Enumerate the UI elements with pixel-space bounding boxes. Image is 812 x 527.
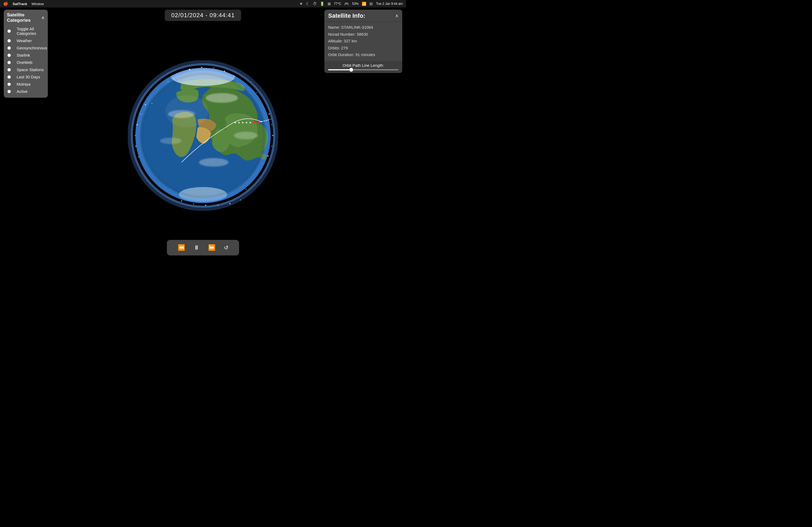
- clock-icon: ⏱: [313, 2, 317, 6]
- svg-point-21: [269, 114, 270, 115]
- sat-orbits: Orbits: 279: [328, 45, 398, 51]
- svg-point-17: [201, 67, 202, 68]
- temp-display: 77°C: [334, 2, 341, 6]
- menubar: 🍎 SatTrack Window ☀ ☾ ⏱ 🔋 ⊞ 77°C 🎮 53% 📶…: [0, 0, 406, 7]
- apple-logo-icon: 🍎: [3, 1, 8, 6]
- category-label: OneWeb: [17, 60, 32, 65]
- category-toggle[interactable]: [7, 39, 14, 43]
- category-item[interactable]: OneWeb: [4, 59, 48, 66]
- sat-info-body: Name: STARLINK-31084 Norad Number: 58630…: [324, 22, 402, 61]
- svg-point-39: [157, 92, 158, 93]
- category-item[interactable]: Active: [4, 88, 48, 95]
- globe-wrapper: [128, 60, 278, 211]
- sat-orbit-duration: Orbit Duration: 91 minutes: [328, 51, 398, 58]
- svg-point-50: [253, 121, 256, 123]
- svg-point-27: [229, 203, 231, 205]
- category-label: Space Stations: [17, 67, 44, 72]
- category-label: Geosynchronous: [17, 46, 47, 50]
- game-icon: 🎮: [344, 2, 349, 6]
- night-mode-icon: ☾: [306, 2, 309, 6]
- category-item[interactable]: Molniya: [4, 80, 48, 88]
- svg-point-43: [171, 189, 171, 190]
- svg-point-46: [238, 122, 240, 123]
- categories-header: Satellite Categories ∧: [4, 12, 48, 25]
- svg-point-24: [271, 146, 272, 147]
- category-toggle[interactable]: [7, 60, 14, 65]
- svg-point-20: [233, 75, 234, 76]
- app-name[interactable]: SatTrack: [13, 2, 27, 6]
- rewind-button[interactable]: ⏪: [173, 243, 189, 252]
- brightness-icon: ☀: [300, 2, 303, 6]
- svg-point-40: [151, 103, 153, 104]
- svg-point-37: [145, 104, 146, 105]
- svg-point-31: [181, 200, 182, 202]
- category-item[interactable]: Last 30 Days: [4, 73, 48, 80]
- forward-button[interactable]: ⏩: [204, 243, 220, 252]
- categories-panel: Satellite Categories ∧ Toggle All Catego…: [4, 10, 48, 98]
- sat-info-collapse-btn[interactable]: ∧: [395, 14, 398, 18]
- svg-point-45: [234, 122, 236, 123]
- sat-info-header: Satellite Info: ∧: [324, 10, 402, 22]
- svg-point-22: [271, 124, 272, 125]
- category-toggle[interactable]: [7, 46, 14, 50]
- categories-list: Toggle All CategoriesWeatherGeosynchrono…: [4, 25, 48, 95]
- sat-altitude: Altitude: 327 km: [328, 37, 398, 45]
- svg-point-38: [168, 81, 169, 82]
- svg-point-33: [135, 146, 137, 147]
- reset-button[interactable]: ↺: [220, 243, 233, 252]
- globe-svg[interactable]: [128, 60, 278, 211]
- datetime-menubar: Tue 2 Jan 9:44 am: [376, 2, 403, 6]
- category-item[interactable]: Weather: [4, 37, 48, 44]
- svg-point-18: [213, 67, 214, 69]
- category-label: Last 30 Days: [17, 75, 40, 79]
- orbit-slider-thumb[interactable]: [349, 68, 353, 72]
- sat-info-title: Satellite Info:: [328, 12, 365, 19]
- category-toggle[interactable]: [7, 89, 14, 94]
- orbit-slider-track[interactable]: [328, 69, 398, 70]
- svg-point-26: [240, 199, 241, 200]
- svg-point-51: [257, 121, 260, 123]
- orbit-path-section: Orbit Path Line Length:: [324, 61, 402, 73]
- category-toggle[interactable]: [7, 82, 14, 86]
- svg-point-19: [224, 71, 225, 72]
- svg-point-25: [267, 155, 269, 157]
- categories-title: Satellite Categories: [7, 12, 41, 23]
- svg-point-23: [272, 135, 274, 136]
- sat-norad: Norad Number: 58630: [328, 31, 398, 38]
- svg-point-15: [165, 95, 208, 127]
- svg-point-35: [137, 124, 138, 125]
- window-menu[interactable]: Window: [31, 2, 44, 6]
- category-item[interactable]: Space Stations: [4, 66, 48, 73]
- category-toggle[interactable]: [7, 29, 14, 33]
- category-item[interactable]: Geosynchronous: [4, 44, 48, 51]
- svg-point-44: [245, 189, 246, 190]
- category-toggle[interactable]: [7, 75, 14, 79]
- svg-point-16: [189, 69, 190, 70]
- svg-point-30: [193, 204, 194, 205]
- svg-point-34: [135, 135, 136, 136]
- svg-point-36: [140, 114, 141, 115]
- wifi-icon: 📶: [362, 2, 366, 6]
- svg-point-29: [205, 205, 206, 206]
- sat-info-panel: Satellite Info: ∧ Name: STARLINK-31084 N…: [324, 10, 402, 73]
- sat-name: Name: STARLINK-31084: [328, 24, 398, 31]
- category-label: Molniya: [17, 82, 31, 86]
- svg-point-42: [256, 92, 257, 93]
- category-label: Weather: [17, 39, 32, 43]
- datetime-display: 02/01/2024 - 09:44:41: [165, 10, 241, 21]
- orbit-slider-fill: [328, 69, 349, 70]
- categories-collapse-btn[interactable]: ∧: [41, 16, 45, 20]
- battery-pct: 53%: [352, 2, 359, 6]
- category-label: Starlink: [17, 53, 30, 57]
- category-item[interactable]: Toggle All Categories: [4, 25, 48, 37]
- svg-point-32: [138, 156, 139, 157]
- category-toggle[interactable]: [7, 53, 14, 57]
- pause-button[interactable]: ⏸: [189, 243, 204, 252]
- svg-point-48: [246, 122, 247, 123]
- playback-controls: ⏪ ⏸ ⏩ ↺: [167, 240, 239, 255]
- orbit-path-label: Orbit Path Line Length:: [328, 63, 398, 67]
- battery-icon: 🔋: [320, 2, 324, 6]
- screen-icon: ⊞: [328, 2, 331, 6]
- category-item[interactable]: Starlink: [4, 51, 48, 59]
- category-toggle[interactable]: [7, 67, 14, 72]
